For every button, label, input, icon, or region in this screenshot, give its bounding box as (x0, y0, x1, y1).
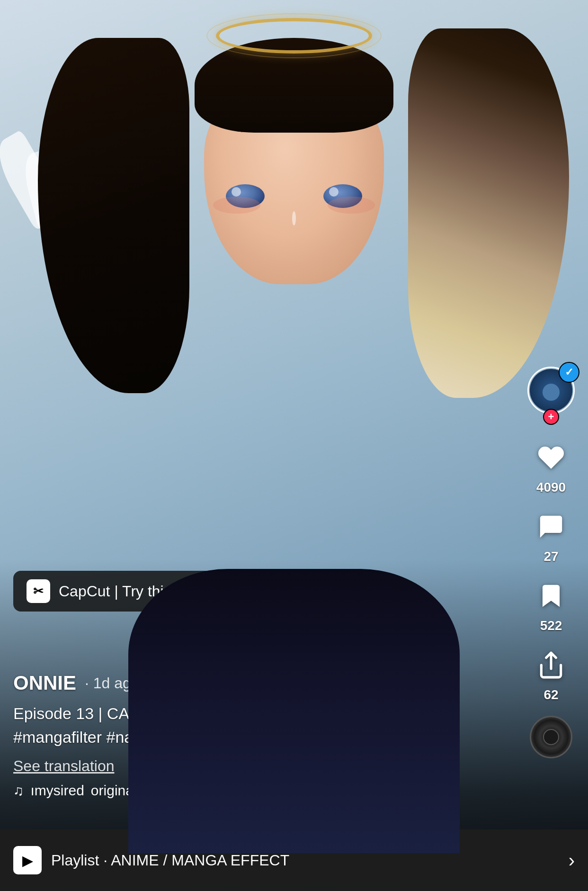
capcut-scissors-icon: ✂ (33, 584, 44, 599)
bookmarks-count: 522 (540, 618, 562, 633)
character-clothing (128, 569, 460, 853)
comment-svg (536, 512, 566, 541)
bookmark-action[interactable]: 522 (533, 577, 570, 633)
right-sidebar: ✓ + 4090 27 (527, 367, 575, 758)
comment-action[interactable]: 27 (533, 508, 570, 564)
share-icon[interactable] (533, 647, 570, 684)
tear-highlight (292, 211, 296, 225)
blush-left (213, 197, 260, 214)
chevron-right-icon[interactable]: › (569, 850, 575, 871)
halo-glow (206, 13, 382, 58)
verified-badge: ✓ (559, 362, 579, 383)
play-icon: ▶ (22, 852, 33, 869)
avatar-container[interactable]: ✓ + (527, 367, 575, 421)
follow-button[interactable]: + (543, 409, 559, 425)
comment-icon[interactable] (533, 508, 570, 545)
likes-count: 4090 (536, 480, 566, 495)
video-player: ✂ CapCut | Try this template ONNIE · 1d … (0, 0, 588, 891)
capcut-icon: ✂ (27, 579, 50, 603)
shares-count: 62 (543, 687, 558, 702)
like-action[interactable]: 4090 (533, 439, 570, 495)
username[interactable]: ONNIE (13, 672, 76, 694)
music-note-icon: ♫ (13, 783, 24, 799)
share-action[interactable]: 62 (533, 647, 570, 702)
share-svg (536, 650, 566, 680)
music-disc[interactable] (530, 716, 572, 758)
avatar-head (543, 384, 560, 401)
comments-count: 27 (543, 549, 558, 564)
bookmark-icon[interactable] (533, 577, 570, 614)
bookmark-svg (536, 581, 566, 611)
heart-svg (536, 443, 566, 472)
sound-username: ımysired (31, 783, 84, 799)
playlist-label: Playlist · ANIME / MANGA EFFECT (51, 852, 559, 869)
heart-icon[interactable] (533, 439, 570, 476)
playlist-play-icon: ▶ (13, 846, 42, 874)
music-disc-center (543, 729, 559, 745)
blush-right (328, 197, 375, 214)
